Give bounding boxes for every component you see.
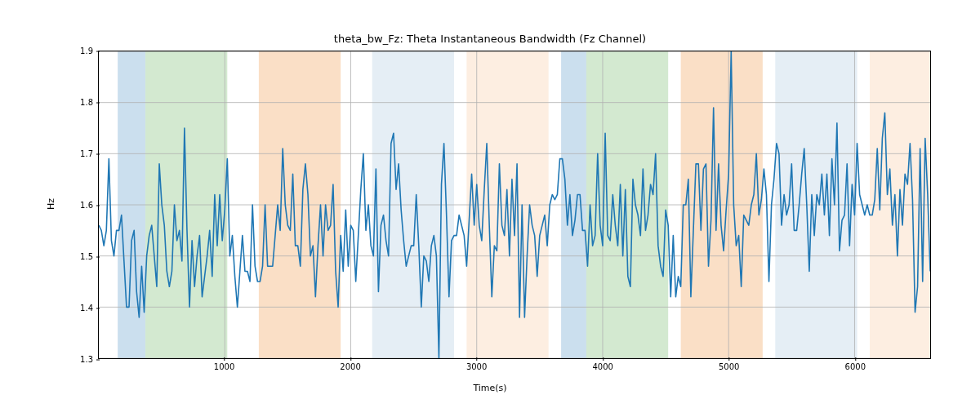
x-tick-label: 5000 [719, 362, 739, 371]
y-tick-label: 1.6 [60, 201, 93, 210]
y-tick-label: 1.4 [60, 304, 93, 313]
x-axis-label: Time(s) [0, 383, 980, 393]
plot-svg [99, 51, 930, 358]
y-tick-label: 1.8 [60, 98, 93, 107]
x-tick-label: 4000 [592, 362, 612, 371]
y-tick-label: 1.3 [60, 355, 93, 364]
y-tick-label: 1.9 [60, 47, 93, 55]
figure: theta_bw_Fz: Theta Instantaneous Bandwid… [0, 0, 980, 408]
chart-title: theta_bw_Fz: Theta Instantaneous Bandwid… [0, 33, 980, 45]
y-tick-label: 1.7 [60, 149, 93, 158]
x-tick-label: 1000 [214, 362, 234, 371]
x-tick-label: 6000 [845, 362, 866, 371]
y-axis-label: Hz [46, 198, 56, 210]
y-tick-label: 1.5 [60, 252, 93, 261]
plot-area [98, 51, 931, 359]
x-tick-label: 3000 [466, 362, 487, 371]
x-tick-label: 2000 [340, 362, 360, 371]
